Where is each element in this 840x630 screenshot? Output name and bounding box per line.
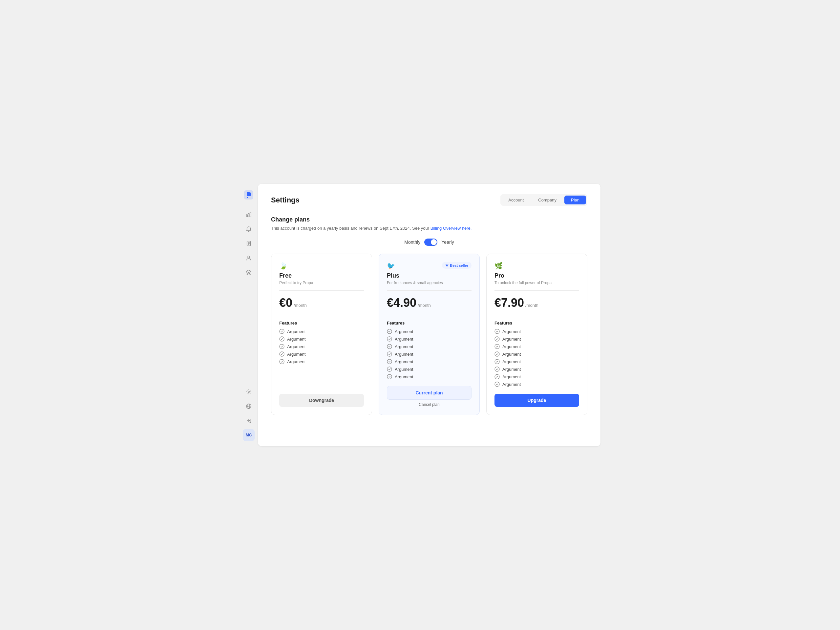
svg-point-29: [495, 382, 499, 387]
sidebar-item-layers[interactable]: [243, 267, 255, 278]
list-item: Argument: [387, 359, 472, 364]
sidebar-bottom: MC: [243, 386, 255, 441]
list-item: Argument: [494, 351, 579, 357]
section-desc: This account is charged on a yearly basi…: [271, 226, 587, 231]
plan-name-free: Free: [279, 272, 364, 279]
list-item: Argument: [279, 344, 364, 349]
tabs: Account Company Plan: [501, 194, 587, 206]
plan-price-plus: €4.90 /month: [387, 296, 472, 310]
check-icon: [494, 382, 500, 387]
section-desc-text: This account is charged on a yearly basi…: [271, 226, 431, 231]
upgrade-button[interactable]: Upgrade: [494, 394, 579, 407]
sidebar-item-logout[interactable]: [243, 415, 255, 426]
features-title-free: Features: [279, 321, 364, 325]
list-item: Argument: [387, 329, 472, 334]
billing-toggle: Monthly Yearly: [271, 238, 587, 246]
downgrade-button[interactable]: Downgrade: [279, 394, 364, 407]
features-title-plus: Features: [387, 321, 472, 325]
price-amount-pro: €7.90: [494, 296, 524, 310]
best-seller-badge: ★ Best seller: [442, 262, 472, 269]
check-icon: [387, 366, 392, 372]
check-icon: [494, 359, 500, 364]
cancel-plan-link[interactable]: Cancel plan: [387, 402, 472, 407]
svg-point-18: [387, 352, 392, 356]
svg-point-22: [495, 329, 499, 334]
svg-point-7: [248, 391, 250, 393]
plan-icon-plus: 🐦: [387, 262, 395, 270]
plan-tagline-free: Perfect to try Propa: [279, 281, 364, 285]
tab-company[interactable]: Company: [532, 196, 563, 204]
list-item: Argument: [387, 366, 472, 372]
feature-list-pro: Argument Argument Argument Argument: [494, 329, 579, 387]
billing-toggle-switch[interactable]: [424, 238, 437, 246]
check-icon: [279, 336, 284, 341]
sidebar-avatar[interactable]: MC: [243, 429, 255, 441]
sidebar-item-analytics[interactable]: [243, 209, 255, 221]
list-item: Argument: [279, 329, 364, 334]
list-item: Argument: [279, 336, 364, 341]
billing-overview-link[interactable]: Billing Overview here.: [431, 226, 472, 231]
check-icon: [387, 359, 392, 364]
check-icon: [494, 374, 500, 379]
yearly-label: Yearly: [441, 240, 454, 245]
svg-point-24: [495, 344, 499, 349]
plan-price-section-free: €0 /month: [279, 291, 364, 315]
list-item: Argument: [494, 382, 579, 387]
svg-rect-1: [247, 197, 248, 198]
price-period-pro: /month: [525, 303, 538, 308]
svg-point-26: [495, 359, 499, 364]
list-item: Argument: [387, 344, 472, 349]
check-icon: [494, 366, 500, 372]
svg-point-25: [495, 352, 499, 356]
plan-name-pro: Pro: [494, 272, 579, 279]
list-item: Argument: [494, 366, 579, 372]
plan-icon-pro: 🌿: [494, 262, 503, 270]
svg-point-11: [279, 337, 284, 341]
list-item: Argument: [387, 336, 472, 341]
check-icon: [279, 344, 284, 349]
check-icon: [494, 344, 500, 349]
feature-list-plus: Argument Argument Argument Argument: [387, 329, 472, 379]
svg-rect-2: [246, 215, 248, 217]
list-item: Argument: [387, 374, 472, 379]
plan-card-pro: 🌿 Pro To unlock the full power of Propa …: [486, 254, 587, 415]
star-icon: ★: [445, 263, 448, 267]
plans-grid: 🍃 Free Perfect to try Propa €0 /month Fe…: [271, 254, 587, 415]
svg-point-14: [279, 359, 284, 364]
svg-point-12: [279, 344, 284, 349]
svg-point-15: [387, 329, 392, 334]
plan-card-plus: 🐦 ★ Best seller Plus For freelances & sm…: [379, 254, 480, 415]
sidebar-item-notifications[interactable]: [243, 223, 255, 235]
svg-point-27: [495, 367, 499, 371]
plan-tagline-pro: To unlock the full power of Propa: [494, 281, 579, 285]
check-icon: [387, 344, 392, 349]
sidebar-logo[interactable]: [243, 189, 255, 201]
page-title: Settings: [271, 196, 300, 204]
price-period-plus: /month: [418, 303, 431, 308]
check-icon: [387, 336, 392, 341]
sidebar-item-profile[interactable]: [243, 252, 255, 264]
check-icon: [387, 374, 392, 379]
features-title-pro: Features: [494, 321, 579, 325]
list-item: Argument: [494, 329, 579, 334]
plan-card-header-pro: 🌿: [494, 262, 579, 270]
plan-card-free: 🍃 Free Perfect to try Propa €0 /month Fe…: [271, 254, 372, 415]
current-plan-button[interactable]: Current plan: [387, 386, 472, 399]
sidebar-item-settings[interactable]: [243, 386, 255, 398]
check-icon: [279, 329, 284, 334]
plan-price-pro: €7.90 /month: [494, 296, 579, 310]
plan-price-section-plus: €4.90 /month: [387, 291, 472, 315]
sidebar-item-globe[interactable]: [243, 400, 255, 412]
feature-list-free: Argument Argument Argument Argument: [279, 329, 364, 387]
svg-point-16: [387, 337, 392, 341]
sidebar-item-documents[interactable]: [243, 238, 255, 249]
plan-actions-pro: Upgrade: [494, 394, 579, 407]
svg-point-19: [387, 359, 392, 364]
tab-plan[interactable]: Plan: [564, 196, 586, 204]
plan-name-plus: Plus: [387, 272, 472, 279]
plan-icon-free: 🍃: [279, 262, 287, 270]
svg-point-23: [495, 337, 499, 341]
tab-account[interactable]: Account: [502, 196, 530, 204]
svg-point-10: [279, 329, 284, 334]
check-icon: [279, 359, 284, 364]
